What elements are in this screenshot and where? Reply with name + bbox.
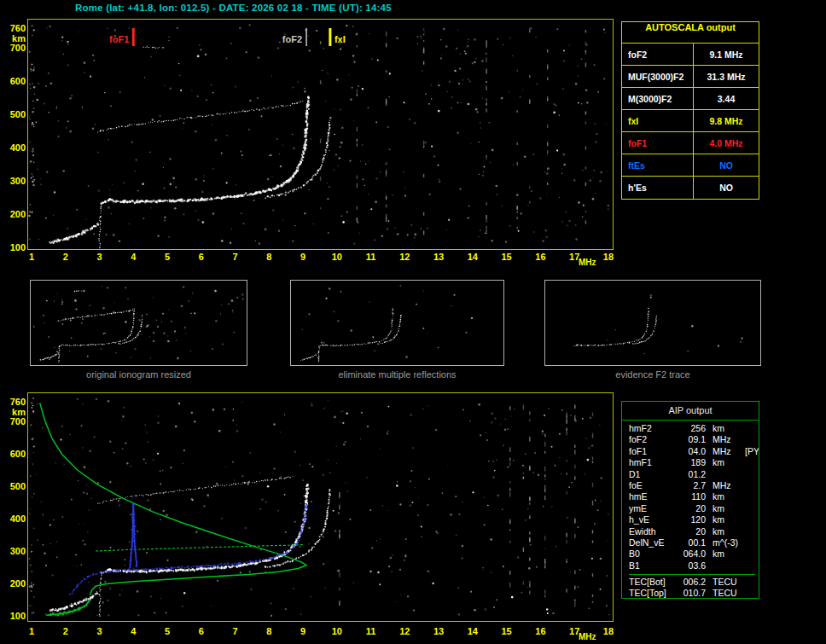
page-title: Rome (lat: +41.8, lon: 012.5) - DATE: 20… (75, 3, 392, 13)
x-tick-6: 6 (199, 626, 204, 636)
aip-cell-u: km (706, 457, 740, 468)
x-axis-unit: MHz (579, 258, 596, 267)
x-tick-12: 12 (399, 252, 410, 262)
marker-fxI: fxI (330, 28, 346, 46)
edge-noise (28, 25, 35, 240)
aip-cell-l: hmE (629, 491, 678, 502)
x-tick-13: 13 (433, 626, 444, 636)
aip-row-foF1: foF104.0MHz[PY] (629, 446, 755, 457)
x-tick-1: 1 (29, 626, 34, 636)
thumbnail-eliminate-canvas (291, 281, 503, 365)
x-tick-9: 9 (300, 252, 305, 262)
thumbnail-original-ionogram (30, 280, 247, 366)
thumbnail-original-canvas (31, 281, 247, 365)
y-tick-600: 600 (2, 450, 26, 459)
aip-cell-l: B1 (629, 560, 678, 571)
marker-foF2: foF2 (282, 28, 306, 46)
thumbnail-evidence-f2 (544, 280, 761, 366)
bottom-ionogram-panel (27, 392, 614, 622)
x-tick-16: 16 (535, 252, 545, 262)
x-tick-17: 17 (569, 626, 579, 636)
x-tick-1: 1 (29, 252, 34, 262)
aip-cell-u: km (706, 526, 740, 537)
thumbnail-caption-original: original ionogram resized (30, 369, 247, 380)
autoscala-table-header: AUTOSCALA output (622, 22, 759, 44)
x-tick-5: 5 (165, 252, 170, 262)
x-tick-12: 12 (399, 626, 410, 636)
aip-cell-u: TECU (706, 588, 740, 599)
x-tick-14: 14 (468, 252, 478, 262)
x-tick-7: 7 (232, 626, 237, 636)
x-tick-15: 15 (502, 252, 512, 262)
aip-cell-v: 110 (678, 491, 706, 502)
aip-cell-u: TECU (706, 577, 740, 588)
svg-text:fxI: fxI (334, 34, 346, 44)
autoscala-table-rows: foF29.1 MHzMUF(3000)F231.3 MHzM(3000)F23… (622, 44, 759, 199)
y-tick-300: 300 (2, 177, 26, 186)
aip-row-Ewidth: Ewidth20km (629, 526, 755, 537)
aip-cell-n: [PY] (740, 446, 759, 457)
trace-E-region-echo (49, 591, 99, 612)
aip-row-foE: foE2.7MHz (629, 480, 755, 491)
aip-cell-u: MHz (706, 446, 740, 457)
autoscala-param-value: 3.44 (694, 88, 759, 109)
aip-cell-u: m^(-3) (706, 537, 740, 548)
marker-foF1: foF1 (109, 28, 133, 46)
x-tick-9: 9 (300, 626, 305, 636)
interference-streaks (339, 405, 593, 607)
autoscala-param-value: 9.1 MHz (694, 44, 759, 65)
aip-cell-v: 2.7 (678, 480, 706, 491)
y-tick-300: 300 (2, 547, 26, 556)
aip-row-hvE: h_vE120km (629, 514, 755, 525)
aip-cell-v: 03.6 (678, 560, 706, 571)
aip-cell-u: MHz (706, 480, 740, 491)
trace-F1-cusp (99, 573, 103, 617)
autoscala-param-label: foF2 (622, 44, 694, 65)
x-tick-11: 11 (366, 626, 376, 636)
y-tick-200: 200 (2, 579, 26, 589)
autoscala-row-ftEs: ftEsNO (622, 154, 759, 177)
trace-second-hop-echo (97, 101, 303, 132)
aip-row-DelNvE: DelN_vE00.1m^(-3) (629, 537, 755, 548)
aip-cell-v: 256 (678, 423, 706, 434)
thumbnail-evidence-canvas (545, 281, 760, 365)
aip-cell-u: km (706, 423, 740, 434)
noise-dots (302, 285, 473, 358)
x-tick-3: 3 (96, 626, 102, 636)
aip-cell-l: TEC[Top] (629, 588, 678, 599)
x-tick-18: 18 (603, 626, 614, 636)
aip-cell-v: 20 (678, 503, 706, 514)
top-ionogram-canvas: foF1foF2fxI (28, 20, 613, 249)
trace-E-region-echo (49, 223, 99, 244)
thumbnail-eliminate-reflections (290, 280, 504, 366)
y-tick-400: 400 (2, 143, 26, 153)
y-tick-700: 700 (2, 44, 26, 53)
aip-cell-u: km (706, 514, 740, 525)
aip-row-ymE: ymE20km (629, 503, 755, 514)
aip-cell-v: 04.0 (678, 446, 706, 457)
aip-row-D1: D101.2 (629, 469, 755, 480)
y-tick-500: 500 (2, 110, 26, 119)
aip-tec-row-TECBot: TEC[Bot]006.2TECU (629, 577, 755, 588)
y-tick-700: 700 (2, 417, 26, 426)
x-tick-4: 4 (131, 252, 136, 262)
y-tick-100: 100 (2, 243, 26, 252)
y-tick-760: 760 (2, 24, 26, 33)
autoscala-param-label: foF1 (622, 132, 694, 154)
x-tick-2: 2 (63, 626, 68, 636)
x-tick-16: 16 (535, 626, 545, 636)
aip-row-hmE: hmE110km (629, 491, 755, 502)
svg-text:foF1: foF1 (109, 34, 129, 44)
noise-dots (32, 398, 609, 617)
aip-table-rows: hmF2256kmfoF209.1MHzfoF104.0MHz[PY]hmF11… (622, 421, 759, 599)
trace-high-altitude-echo (143, 46, 164, 49)
x-tick-3: 3 (96, 252, 102, 262)
svg-text:foF2: foF2 (282, 34, 302, 44)
noise-dots (33, 285, 244, 360)
y-axis-unit: km (2, 34, 26, 44)
thumbnail-caption-eliminate: eliminate multiple reflections (290, 369, 504, 380)
autoscala-param-label: ftEs (622, 154, 694, 176)
aip-cell-l: h_vE (629, 514, 678, 525)
aip-cell-l: Ewidth (629, 526, 678, 537)
trace-F-trace-ordinary (100, 96, 310, 205)
